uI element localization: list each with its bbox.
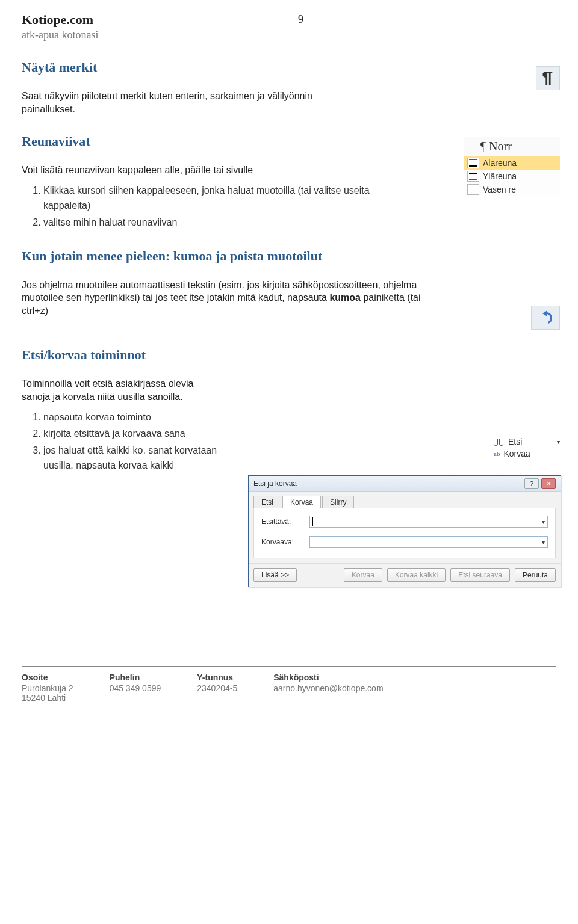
body-undo: Jos ohjelma muotoilee automaattisesti te… [22, 279, 443, 318]
border-bottom-icon [467, 158, 479, 168]
border-menu-item-top[interactable]: Yläreuna [464, 170, 560, 183]
step-item: Klikkaa kursori siihen kappaleeseen, jon… [43, 183, 381, 214]
find-replace-dialog: Etsi ja korvaa ? ✕ Etsi Korvaa Siirry Et… [248, 475, 561, 587]
find-next-button[interactable]: Etsi seuraava [450, 568, 510, 582]
help-button[interactable]: ? [524, 478, 539, 489]
border-menu-item-bottom[interactable]: Alareuna [464, 156, 560, 170]
border-menu-item-left[interactable]: Vasen re [464, 183, 560, 196]
replace-all-button[interactable]: Korvaa kaikki [387, 568, 446, 582]
tab-replace[interactable]: Korvaa [282, 496, 321, 508]
border-menu-preview: ¶ Norr Alareuna Yläreuna Vasen re [464, 137, 560, 196]
step-item: jos haluat että kaikki ko. sanat korvata… [43, 443, 248, 473]
undo-icon [536, 309, 555, 327]
border-top-icon [467, 171, 479, 182]
heading-undo: Kun jotain menee pieleen: kumoa ja poist… [22, 248, 556, 264]
dialog-tabs: Etsi Korvaa Siirry [249, 492, 561, 508]
footer-value: 15240 Lahti [22, 693, 73, 703]
footer-heading: Y-tunnus [197, 673, 237, 682]
find-what-input[interactable] [309, 516, 548, 528]
find-menu-preview: Etsi ▾ ab Korvaa [494, 436, 560, 460]
more-button[interactable]: Lisää >> [253, 568, 297, 582]
close-button[interactable]: ✕ [541, 478, 556, 489]
border-label: Yläreuna [483, 171, 517, 181]
steps-borders: Klikkaa kursori siihen kappaleeseen, jon… [43, 183, 381, 230]
footer-value: aarno.hyvonen@kotiope.com [273, 683, 383, 693]
dialog-title: Etsi ja korvaa [253, 479, 297, 488]
find-menu-item[interactable]: Etsi ▾ [494, 436, 560, 448]
replace-menu-item[interactable]: ab Korvaa [494, 448, 560, 460]
tab-goto[interactable]: Siirry [322, 496, 354, 508]
body-show-marks: Saat näkyviin piilotetut merkit kuten en… [22, 90, 359, 116]
label-find-what: Etsittävä: [261, 517, 305, 526]
footer-value: Purolankuja 2 [22, 683, 73, 693]
footer-heading: Sähköposti [273, 673, 383, 682]
border-label: Alareuna [483, 158, 517, 168]
pilcrow-icon [541, 69, 555, 87]
heading-find-replace: Etsi/korvaa toiminnot [22, 347, 556, 363]
show-marks-icon[interactable] [536, 66, 560, 90]
replace-ab-icon: ab [494, 450, 500, 457]
label-replace-with: Korvaava: [261, 538, 305, 546]
footer-heading: Puhelin [110, 673, 161, 682]
site-tagline: atk-apua kotonasi [22, 29, 98, 42]
footer-divider [22, 666, 556, 667]
replace-with-input[interactable] [309, 536, 548, 548]
footer-value: 045 349 0599 [110, 683, 161, 693]
binoculars-icon [494, 437, 505, 446]
step-item: napsauta korvaa toiminto [43, 410, 248, 425]
page-footer: Osoite Purolankuja 2 15240 Lahti Puhelin… [22, 673, 556, 703]
footer-heading: Osoite [22, 673, 73, 682]
undo-button-preview[interactable] [531, 306, 560, 330]
heading-show-marks: Näytä merkit [22, 60, 556, 75]
style-normal-label: ¶ Norr [464, 137, 560, 156]
page-header: Kotiope.com atk-apua kotonasi 9 [22, 12, 556, 42]
page-number: 9 [298, 13, 303, 42]
steps-find-replace: napsauta korvaa toiminto kirjoita etsitt… [43, 410, 248, 473]
intro-find-replace: Toiminnoilla voit etsiä asiakirjassa ole… [22, 377, 214, 403]
border-left-icon [467, 184, 479, 195]
replace-button[interactable]: Korvaa [344, 568, 382, 582]
step-item: kirjoita etsittävä ja korvaava sana [43, 426, 248, 442]
intro-borders: Voit lisätä reunaviivan kappaleen alle, … [22, 164, 359, 177]
border-label: Vasen re [483, 185, 516, 194]
dialog-titlebar: Etsi ja korvaa ? ✕ [249, 476, 561, 492]
step-item: valitse mihin haluat reunaviivan [43, 215, 381, 230]
site-title: Kotiope.com [22, 12, 98, 28]
tab-find[interactable]: Etsi [253, 496, 281, 508]
chevron-down-icon: ▾ [557, 439, 560, 445]
footer-value: 2340204-5 [197, 683, 237, 693]
cancel-button[interactable]: Peruuta [515, 568, 556, 582]
